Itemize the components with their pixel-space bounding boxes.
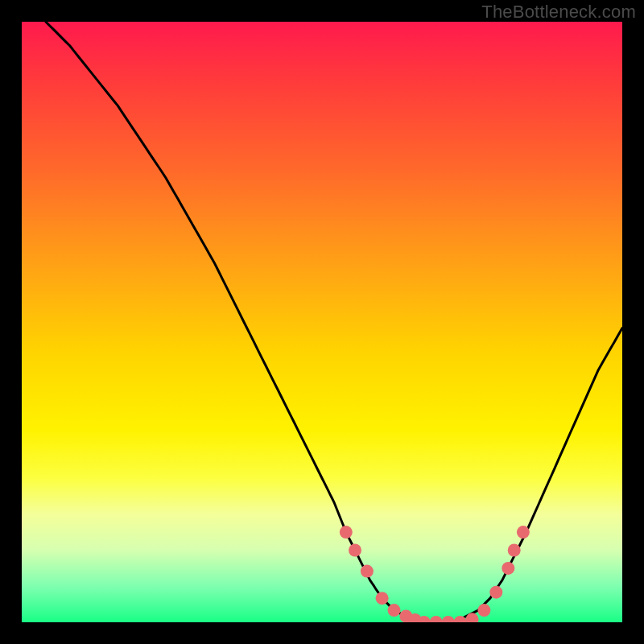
- data-marker: [340, 526, 353, 539]
- data-marker: [508, 544, 521, 557]
- data-marker: [388, 604, 401, 617]
- data-marker: [502, 562, 514, 575]
- plot-area: [22, 22, 622, 622]
- marker-group: [340, 526, 530, 622]
- data-marker: [361, 565, 374, 578]
- data-marker: [489, 586, 502, 599]
- data-marker: [517, 526, 530, 539]
- data-marker: [349, 544, 361, 557]
- attribution-label: TheBottleneck.com: [481, 2, 636, 23]
- bottleneck-curve: [46, 22, 622, 622]
- data-marker: [442, 616, 455, 622]
- chart-svg: [22, 22, 622, 622]
- data-marker: [477, 604, 490, 617]
- chart-frame: TheBottleneck.com: [0, 0, 644, 644]
- data-marker: [376, 592, 389, 605]
- data-marker: [430, 616, 443, 622]
